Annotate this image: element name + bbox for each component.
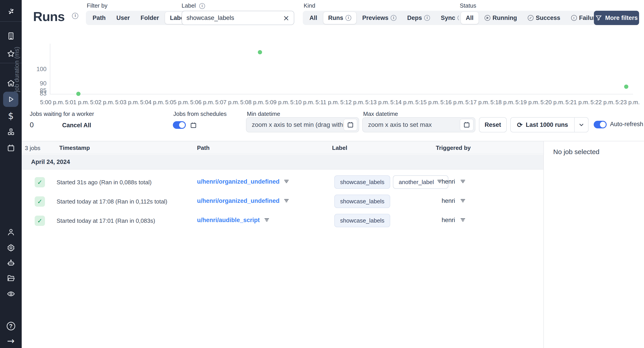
label-badge[interactable]: showcase_labels (334, 194, 390, 208)
kind-tabs: All Runsi Previewsi Depsi Synci (303, 11, 470, 25)
info-icon: i (391, 15, 396, 21)
label-badge[interactable]: showcase_labels (334, 214, 390, 227)
sidebar-item-schedules[interactable] (0, 141, 22, 155)
chart-y-axis-title: job duration (ms) (14, 47, 20, 92)
cubes-icon (7, 128, 15, 136)
tab-status-running[interactable]: Running (480, 12, 522, 24)
col-timestamp: Timestamp (59, 144, 90, 152)
chart-data-point[interactable] (624, 84, 628, 89)
min-datetime-input[interactable] (252, 121, 344, 128)
tab-folder[interactable]: Folder (136, 12, 164, 24)
label-badge[interactable]: showcase_labels (334, 175, 390, 189)
tab-status-success[interactable]: ✓Success (523, 12, 565, 24)
windmill-logo-icon[interactable] (0, 4, 22, 18)
chart-x-tick: 5:17 p.m. (465, 99, 490, 106)
chart-x-tick: 5:16 p.m. (440, 99, 464, 106)
status-tabs: All Running ✓Success !Failure (459, 11, 606, 25)
chart-x-tick: 5:07 p.m. (215, 99, 239, 106)
filter-by-path-icon[interactable] (264, 217, 270, 224)
tab-status-all[interactable]: All (461, 12, 479, 24)
table-row[interactable]: ✓ Started 31s ago (Ran in 0,088s total) … (22, 173, 544, 192)
run-timestamp: Started 31s ago (Ran in 0,088s total) (56, 179, 152, 186)
page-title: Runs i (33, 9, 78, 24)
clear-label-icon[interactable]: × (283, 14, 290, 22)
user-icon (7, 228, 15, 236)
col-triggered-by: Triggered by (436, 144, 471, 152)
info-icon[interactable]: i (72, 13, 78, 19)
sidebar-item-folders[interactable] (0, 271, 22, 286)
runs-count-refresh[interactable]: ⟳ Last 1000 runs (511, 118, 574, 132)
run-path-link[interactable]: u/henri/audible_script (197, 217, 260, 224)
col-path: Path (197, 144, 210, 152)
max-datetime-calendar-button[interactable] (460, 119, 474, 131)
max-datetime-label: Max datetime (363, 110, 398, 118)
runs-table: 3 jobs Timestamp Path Label Triggered by… (22, 141, 544, 348)
runs-count-dropdown[interactable] (574, 118, 588, 132)
chart-x-tick: 5:11 p.m. (316, 99, 339, 106)
tab-kind-previews[interactable]: Previewsi (357, 12, 402, 24)
eye-icon (7, 290, 15, 298)
run-path-link[interactable]: u/henri/organized_undefined (197, 198, 280, 204)
label-filter-input[interactable] (186, 14, 283, 22)
filter-by-user-icon[interactable] (460, 178, 466, 185)
filter-by-path-icon[interactable] (284, 198, 289, 204)
label-badge[interactable]: another_label (393, 175, 448, 189)
chart-x-tick: 5:03 p.m. (115, 99, 139, 106)
chart-data-point[interactable] (258, 50, 262, 54)
auto-refresh-toggle[interactable] (594, 121, 607, 128)
triggered-by-user: henri (442, 198, 455, 204)
filter-by-user-icon[interactable] (460, 217, 466, 224)
reset-button[interactable]: Reset (479, 117, 507, 132)
tab-kind-all[interactable]: All (304, 12, 322, 24)
sidebar-item-runs[interactable] (3, 92, 18, 107)
sidebar-item-variables[interactable]: $ (0, 109, 22, 123)
run-path-link[interactable]: u/henri/organized_undefined (197, 178, 280, 185)
sidebar-item-resources[interactable] (0, 125, 22, 139)
filter-by-user-icon[interactable] (460, 198, 466, 204)
date-group-row: April 24, 2024 (22, 155, 544, 170)
chart-x-tick: 5:02 p.m. (90, 99, 114, 106)
jobs-count: 3 jobs (25, 145, 40, 152)
folder-open-icon (7, 274, 15, 282)
sidebar-item-users[interactable] (0, 225, 22, 239)
chart-x-tick: 5:00 p.m. (40, 99, 64, 106)
filter-by-path-icon[interactable] (284, 178, 289, 185)
more-filters-button[interactable]: More filters (594, 11, 639, 25)
min-datetime-calendar-button[interactable] (344, 119, 357, 131)
chart-y-axis (50, 44, 50, 94)
jobs-from-schedules-label: Jobs from schedules (173, 110, 226, 118)
sidebar-item-workspace[interactable] (0, 29, 22, 43)
arrow-right-icon: → (7, 336, 15, 345)
max-datetime-input[interactable] (368, 121, 460, 128)
schedules-toggle[interactable] (173, 121, 186, 129)
chart-y-tick: 83 (31, 90, 46, 97)
table-row[interactable]: ✓ Started today at 17:08 (Ran in 0,112s … (22, 192, 544, 211)
run-timestamp: Started today at 17:08 (Ran in 0,112s to… (56, 198, 167, 205)
tab-kind-deps[interactable]: Depsi (402, 12, 435, 24)
success-check-icon: ✓ (35, 177, 45, 188)
sidebar-item-audit-logs[interactable] (0, 287, 22, 301)
chart-x-tick: 5:15 p.m. (415, 99, 440, 106)
cancel-all-button[interactable]: Cancel All (62, 122, 91, 129)
table-row[interactable]: ✓ Started today at 17:01 (Ran in 0,083s)… (22, 211, 544, 230)
schedules-calendar-icon[interactable] (190, 122, 197, 130)
chart-x-tick: 5:08 p.m. (240, 99, 264, 106)
chart-x-tick: 5:13 p.m. (366, 99, 390, 106)
sidebar-expand-button[interactable]: → (0, 334, 22, 348)
chart-data-point[interactable] (76, 92, 80, 96)
chart-x-tick: 5:21 p.m. (566, 99, 590, 106)
sidebar-item-workers[interactable] (0, 256, 22, 270)
tab-kind-runs[interactable]: Runsi (323, 12, 357, 24)
min-datetime-inputwrap (246, 117, 359, 132)
info-icon[interactable]: i (199, 3, 205, 9)
chart-x-tick: 5:22 p.m. (590, 99, 614, 106)
filter-by-tabs: Path User Folder Label (86, 11, 193, 25)
dollar-icon: $ (8, 112, 14, 120)
sidebar-item-settings[interactable] (0, 241, 22, 255)
chart-x-axis[interactable] (50, 94, 633, 94)
no-job-selected-text: No job selected (553, 148, 600, 156)
sidebar-item-help[interactable]: ? (0, 319, 22, 333)
tab-path[interactable]: Path (88, 12, 111, 24)
chart-x-tick: 5:06 p.m. (190, 99, 214, 106)
tab-user[interactable]: User (112, 12, 135, 24)
